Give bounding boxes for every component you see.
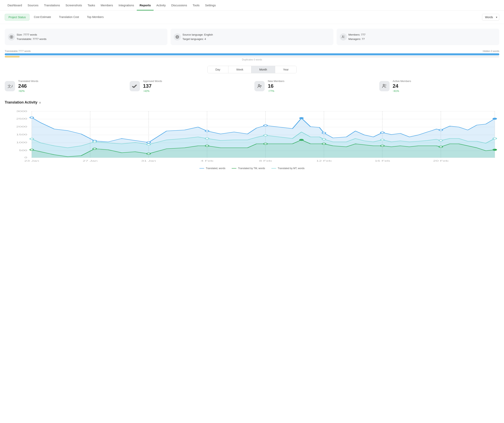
stat-active-members-change: ↑81% [393, 89, 411, 92]
blue-progress-fill [5, 53, 499, 55]
svg-point-56 [322, 132, 326, 134]
svg-point-55 [300, 117, 303, 119]
svg-text:500: 500 [19, 149, 27, 152]
svg-point-17 [383, 84, 384, 86]
language-text: Source language: English Target language… [182, 33, 329, 41]
words-select-wrap: Words [482, 14, 499, 21]
stat-new-members-label: New Members [268, 80, 284, 83]
hidden-label: Hidden 0 words [483, 50, 499, 53]
legend-translated-tm: Translated by TM, words [232, 167, 265, 170]
nav-members[interactable]: Members [98, 0, 116, 11]
chart-legend: Translated, words Translated by TM, word… [5, 167, 499, 170]
nav-reports[interactable]: Reports [137, 0, 154, 11]
svg-text:1500: 1500 [16, 134, 27, 136]
tab-top-members[interactable]: Top Members [84, 14, 107, 21]
approve-icon [130, 81, 140, 91]
svg-text:16 Feb: 16 Feb [375, 160, 390, 162]
chart-collapse-icon[interactable]: ∧ [39, 101, 41, 104]
nav-sources[interactable]: Sources [25, 0, 41, 11]
nav-dashboard[interactable]: Dashboard [5, 0, 25, 11]
nav-activity[interactable]: Activity [154, 0, 168, 11]
chart-title: Translation Activity ∧ [5, 100, 499, 105]
chart-svg: 0 500 1000 1500 2000 2500 3000 23 Jan [5, 109, 499, 165]
svg-point-58 [439, 129, 443, 131]
svg-point-50 [30, 117, 33, 118]
stat-cards: 文A Translated Words 246 ↑62% Approved Wo… [5, 80, 499, 92]
stat-active-members-value: 24 [393, 83, 411, 89]
stat-approved-info: Approved Words 137 ↑42% [143, 80, 162, 92]
tab-project-status[interactable]: Project Status [5, 14, 30, 21]
svg-text:4 Feb: 4 Feb [201, 160, 213, 162]
translatable-label: Translatable 7777 words [5, 50, 31, 53]
progress-section: Translatable 7777 words Hidden 0 words D… [5, 50, 499, 61]
svg-point-74 [264, 135, 267, 136]
stat-approved-value: 137 [143, 83, 162, 89]
stat-approved-change: ↑42% [143, 89, 162, 92]
translate-icon: 文A [5, 81, 15, 91]
svg-point-72 [147, 144, 150, 145]
svg-point-1 [11, 36, 12, 37]
svg-point-76 [381, 139, 384, 141]
yellow-progress-bar [5, 56, 499, 58]
tab-cost-estimate[interactable]: Cost Estimate [30, 14, 54, 21]
legend-translated-label: Translated, words [206, 167, 225, 170]
tab-translation-cost[interactable]: Translation Cost [55, 14, 82, 21]
svg-text:20 Feb: 20 Feb [433, 160, 449, 162]
svg-point-73 [205, 138, 209, 139]
nav-translations[interactable]: Translations [41, 0, 63, 11]
stat-new-members: New Members 16 ↑77% [254, 80, 375, 92]
nav-screenshots[interactable]: Screenshots [63, 0, 85, 11]
svg-point-71 [93, 141, 96, 143]
info-card-size: Size: 7777 words Translatable: 7777 word… [5, 29, 168, 45]
period-week[interactable]: Week [228, 66, 252, 73]
legend-translated-mt-line [271, 168, 276, 168]
nav-settings[interactable]: Settings [202, 0, 218, 11]
period-selector: Day Week Month Year [5, 66, 499, 73]
svg-text:12 Feb: 12 Feb [316, 160, 332, 162]
svg-point-14 [258, 84, 260, 86]
period-day[interactable]: Day [208, 66, 228, 73]
chart-section: Translation Activity ∧ 0 500 1000 1500 2… [5, 100, 499, 170]
nav-discussions[interactable]: Discussions [168, 0, 190, 11]
stat-approved-words: Approved Words 137 ↑42% [130, 80, 250, 92]
stat-translated-info: Translated Words 246 ↑62% [18, 80, 38, 92]
info-card-language: Source language: English Target language… [171, 29, 333, 45]
progress-labels: Translatable 7777 words Hidden 0 words [5, 50, 499, 53]
legend-translated-line [199, 168, 204, 168]
svg-text:2500: 2500 [16, 118, 27, 120]
svg-text:8 Feb: 8 Feb [259, 160, 272, 162]
svg-point-75 [322, 138, 326, 140]
svg-point-53 [205, 130, 209, 132]
stat-active-members-info: Active Members 24 ↑81% [393, 80, 411, 92]
sub-nav-tabs: Project Status Cost Estimate Translation… [5, 14, 107, 21]
stat-new-members-info: New Members 16 ↑77% [268, 80, 284, 92]
period-year[interactable]: Year [275, 66, 296, 73]
svg-point-57 [381, 132, 384, 133]
size-text: Size: 7777 words Translatable: 7777 word… [17, 33, 163, 41]
nav-tasks[interactable]: Tasks [85, 0, 98, 11]
legend-translated-mt-label: Translated by MT, words [278, 167, 305, 170]
svg-point-54 [264, 125, 267, 126]
active-members-icon [379, 81, 390, 91]
legend-translated: Translated, words [199, 167, 225, 170]
duplicates-label: Duplicates 0 words [5, 58, 499, 61]
period-month[interactable]: Month [252, 66, 275, 73]
svg-text:31 Jan: 31 Jan [141, 160, 156, 162]
words-select[interactable]: Words [482, 14, 499, 21]
stat-approved-label: Approved Words [143, 80, 162, 83]
svg-point-12 [344, 36, 344, 36]
nav-integrations[interactable]: Integrations [116, 0, 137, 11]
svg-point-78 [493, 138, 497, 139]
svg-point-77 [439, 140, 443, 141]
info-card-members: Members: 777 Managers: 77 [336, 29, 499, 45]
svg-text:23 Jan: 23 Jan [24, 160, 39, 162]
legend-translated-mt: Translated by MT, words [271, 167, 305, 170]
stat-new-members-value: 16 [268, 83, 284, 89]
stat-translated-value: 246 [18, 83, 38, 89]
main-nav: Dashboard Sources Translations Screensho… [0, 0, 504, 11]
stat-translated-words: 文A Translated Words 246 ↑62% [5, 80, 125, 92]
svg-text:3000: 3000 [16, 110, 27, 113]
sub-nav: Project Status Cost Estimate Translation… [0, 11, 504, 24]
nav-tools[interactable]: Tools [190, 0, 202, 11]
svg-point-59 [493, 118, 497, 119]
